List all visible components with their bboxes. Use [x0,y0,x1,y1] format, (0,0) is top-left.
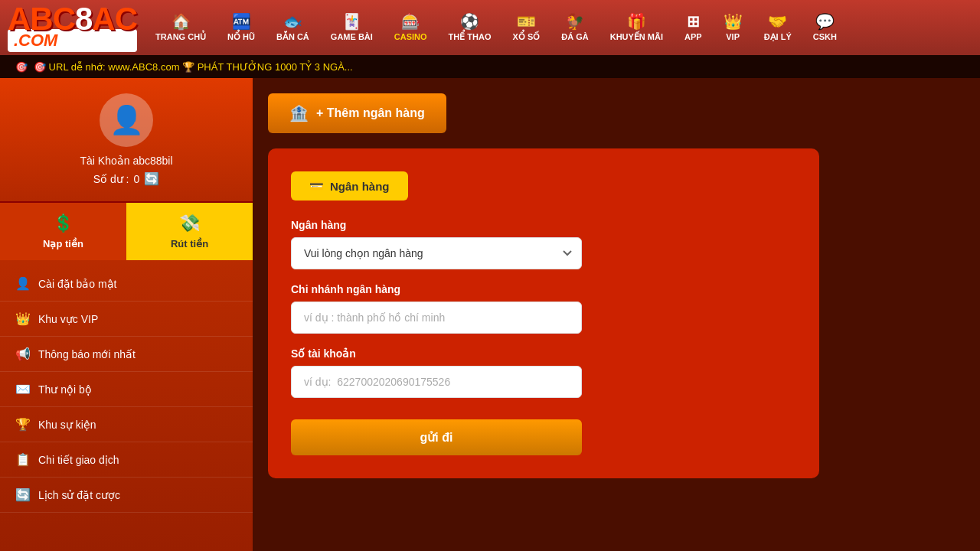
nav-item-cskh[interactable]: 💬 CSKH [802,14,848,41]
bank-tab-icon: 💳 [309,179,324,193]
sidebar-item-thu-noi-bo[interactable]: ✉️ Thư nội bộ [0,372,253,407]
announcement-bar: 🎯 🎯 URL dễ nhớ: www.ABC8.com 🏆 PHÁT THƯỞ… [0,55,980,78]
sidebar-item-khu-vuc-vip[interactable]: 👑 Khu vực VIP [0,302,253,337]
transaction-icon: 📋 [15,452,31,467]
submit-button[interactable]: gửi đi [291,419,582,455]
nav-item-xo-so[interactable]: 🎫 XỔ SỐ [502,14,551,42]
nav-item-khuyen-mai[interactable]: 🎁 KHUYẾN MÃI [599,14,674,42]
sidebar-item-chi-tiet-giao-dich[interactable]: 📋 Chi tiết giao dịch [0,442,253,478]
fish-icon: 🐟 [283,14,302,29]
main-content: 👤 Tài Khoản abc88bil Số dư : 0 🔄 💲 Nạp t… [0,78,980,551]
nav-item-no-hu[interactable]: 🏧 NỔ HŨ [217,14,266,42]
security-icon: 👤 [15,276,31,291]
sidebar-menu: 👤 Cài đặt bảo mật 👑 Khu vực VIP 📢 Thông … [0,260,253,519]
form-card: 💳 Ngân hàng Ngân hàng Vui lòng chọn ngân… [268,148,819,478]
bank-add-icon: 🏦 [289,104,309,122]
right-content: 🏦 + Thêm ngân hàng 💳 Ngân hàng Ngân hàng… [253,78,980,551]
avatar: 👤 [100,93,153,147]
nav-item-app[interactable]: ⊞ APP [674,14,713,41]
nav-item-da-ga[interactable]: 🐓 ĐÁ GÀ [550,14,599,41]
soccer-icon: ⚽ [460,14,479,29]
announcement-text: 🎯 URL dễ nhớ: www.ABC8.com 🏆 PHÁT THƯỞNG… [34,61,353,73]
account-group: Số tài khoản [291,347,796,398]
notification-icon: 📢 [15,347,31,361]
account-input[interactable] [291,366,582,398]
sidebar: 👤 Tài Khoản abc88bil Số dư : 0 🔄 💲 Nạp t… [0,78,253,551]
logo-area: ABC8AC .COM [8,3,137,52]
sidebar-item-cai-dat-bao-mat[interactable]: 👤 Cài đặt bảo mật [0,266,253,302]
action-tabs: 💲 Nạp tiền 💸 Rút tiền [0,201,253,260]
sidebar-item-khu-su-kien[interactable]: 🏆 Khu sự kiện [0,407,253,442]
cards-icon: 🃏 [342,14,361,29]
balance-value: 0 [134,173,140,185]
agent-icon: 🤝 [768,14,787,29]
add-bank-button[interactable]: 🏦 + Thêm ngân hàng [268,93,446,133]
sidebar-item-lich-su-dat-cuoc[interactable]: 🔄 Lịch sử đặt cược [0,478,253,513]
support-icon: 💬 [815,14,835,29]
deposit-icon: 💲 [53,214,74,233]
crown-icon: 👑 [724,14,743,29]
nav-item-trang-chu[interactable]: 🏠 TRANG CHỦ [145,14,217,42]
nav-item-vip[interactable]: 👑 VIP [713,14,753,41]
gift-icon: 🎁 [627,14,646,29]
home-icon: 🏠 [172,14,191,29]
bank-select[interactable]: Vui lòng chọn ngân hàng [291,237,582,269]
rooster-icon: 🐓 [565,14,584,29]
account-label: Số tài khoản [291,347,796,360]
lottery-icon: 🎫 [517,14,536,29]
history-icon: 🔄 [15,487,31,502]
bank-select-group: Ngân hàng Vui lòng chọn ngân hàng [291,219,796,269]
withdraw-icon: 💸 [179,214,200,233]
nav-items-container: ABC8AC .COM 🏠 TRANG CHỦ 🏧 NỔ HŨ 🐟 BẮN CÁ… [0,3,980,52]
tab-rut-tien[interactable]: 💸 Rút tiền [126,203,253,260]
top-navigation: ABC8AC .COM 🏠 TRANG CHỦ 🏧 NỔ HŨ 🐟 BẮN CÁ… [0,0,980,55]
tab-nap-tien[interactable]: 💲 Nạp tiền [0,203,126,260]
nav-item-casino[interactable]: 🎰 CASINO [384,14,438,41]
user-name: Tài Khoản abc88bil [15,155,237,167]
user-balance: Số dư : 0 🔄 [15,171,237,186]
avatar-icon: 👤 [109,104,144,136]
nav-item-the-thao[interactable]: ⚽ THỂ THAO [438,14,502,42]
vip-menu-icon: 👑 [15,311,31,326]
refresh-icon[interactable]: 🔄 [144,171,159,186]
mail-icon: ✉️ [15,382,31,396]
nav-item-game-bai[interactable]: 🃏 GAME BÀI [320,14,384,41]
event-icon: 🏆 [15,417,31,432]
slot-icon: 🏧 [232,14,251,29]
branch-label: Chi nhánh ngân hàng [291,283,796,295]
nav-item-dai-ly[interactable]: 🤝 ĐẠI LÝ [753,14,802,42]
announcement-icon: 🎯 [15,61,28,73]
casino-icon: 🎰 [401,14,420,29]
bank-label: Ngân hàng [291,219,796,231]
nav-item-ban-ca[interactable]: 🐟 BẮN CÁ [266,14,320,42]
user-profile: 👤 Tài Khoản abc88bil Số dư : 0 🔄 [0,78,253,201]
branch-group: Chi nhánh ngân hàng [291,283,796,334]
branch-input[interactable] [291,302,582,334]
bank-tab-button[interactable]: 💳 Ngân hàng [291,171,408,201]
app-icon: ⊞ [687,14,700,29]
sidebar-item-thong-bao[interactable]: 📢 Thông báo mới nhất [0,337,253,372]
